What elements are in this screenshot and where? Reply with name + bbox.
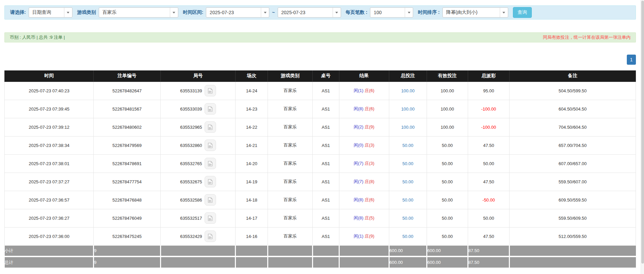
game-type-label: 游戏类别 [77,9,96,16]
col-header-remark: 备注 [510,70,636,82]
result-banker: 庄(6) [365,197,374,202]
cell-session: 14-19 [236,173,268,191]
cell-result: 闲(1) 庄(9) [339,227,389,245]
total-row: 总计 9 600.00 600.00 87.50 [5,256,636,268]
video-replay-icon[interactable] [205,212,216,224]
cell-payout: -100.00 [468,100,510,118]
cell-game-type: 百家乐 [268,82,313,100]
round-id-value: 635533039 [180,106,202,112]
table-header-row: 时间 注单编号 局号 场次 游戏类别 桌号 结果 总投注 有效投注 总派彩 备注 [5,70,636,82]
subtotal-label: 小计 [5,245,94,256]
total-bet-link[interactable]: 100.00 [401,88,415,93]
date-to-select[interactable]: 2025-07-23 [278,7,341,18]
total-bet-link[interactable]: 50.00 [402,197,413,203]
video-replay-icon[interactable] [205,158,216,169]
total-valid-bet: 600.00 [427,256,468,268]
cell-table-no: AS1 [312,100,339,118]
date-from-select[interactable]: 2025-07-23 [206,7,269,18]
col-header-total-bet: 总投注 [389,70,427,82]
round-id-value: 635532675 [180,179,202,184]
result-banker: 庄(3) [365,143,374,148]
total-bet-link[interactable]: 50.00 [402,234,413,239]
col-header-game-type: 游戏类别 [268,70,313,82]
result-banker: 庄(6) [365,106,374,111]
cell-bet-id: 522678479569 [94,136,161,154]
cell-total-bet: 100.00 [389,82,427,100]
filter-bar: 请选择: 日期查询 游戏类别 百家乐 时间区间: 2025-07-23 ~ 20… [4,5,636,20]
cell-game-type: 百家乐 [268,136,313,154]
subtotal-total-bet: 600.00 [389,245,427,256]
same-round-notice-text: 同局有效投注，统一计算在该局第一张注单内 [543,34,631,40]
result-player: 闲(1) [354,234,363,239]
page-1-button[interactable]: 1 [627,55,636,65]
cell-valid-bet: 50.00 [427,173,468,191]
subtotal-count: 9 [94,245,161,256]
query-button[interactable]: 查询 [513,7,532,18]
cell-time: 2025-07-23 07:36:57 [5,191,94,209]
cell-valid-bet: 50.00 [427,209,468,227]
cell-round-id: 635533139 [160,82,236,100]
game-type-select[interactable]: 百家乐 [99,7,178,18]
cell-remark: 504.50/599.50 [510,82,636,100]
cell-payout: -100.00 [468,118,510,136]
scrollbar-thumb[interactable] [641,1,644,264]
total-bet-link[interactable]: 50.00 [402,216,413,221]
video-replay-icon[interactable] [205,121,216,133]
pagination: 1 [4,55,636,65]
chevron-down-icon [261,8,269,17]
cell-remark: 512.00/559.50 [510,227,636,245]
total-bet-link[interactable]: 100.00 [401,125,415,130]
result-player: 闲(8) [354,215,363,220]
cell-payout: 47.50 [468,136,510,154]
video-replay-icon[interactable] [205,140,216,151]
cell-round-id: 635532517 [160,209,236,227]
col-header-round-id: 局号 [160,70,236,82]
round-id-value: 635533139 [180,88,202,93]
round-id-value: 635532965 [180,125,202,130]
page-size-select[interactable]: 100 [370,7,413,18]
round-id-value: 635532429 [180,234,202,239]
result-player: 闲(8) [354,106,363,111]
result-banker: 庄(8) [365,179,374,184]
cell-table-no: AS1 [312,118,339,136]
game-type-value: 百家乐 [99,9,119,16]
query-type-select[interactable]: 日期查询 [29,7,72,18]
cell-total-bet: 50.00 [389,227,427,245]
cell-round-id: 635532965 [160,118,236,136]
col-header-table-no: 桌号 [312,70,339,82]
cell-time: 2025-07-23 07:39:45 [5,100,94,118]
cell-payout: 47.50 [468,173,510,191]
total-bet-link[interactable]: 50.00 [402,161,413,166]
cell-result: 闲(8) 庄(6) [339,100,389,118]
video-replay-icon[interactable] [205,85,216,96]
cell-session: 14-17 [236,209,268,227]
cell-round-id: 635532675 [160,173,236,191]
total-bet-link[interactable]: 50.00 [402,143,413,148]
video-replay-icon[interactable] [205,231,216,242]
video-replay-icon[interactable] [205,194,216,206]
cell-game-type: 百家乐 [268,209,313,227]
result-banker: 庄(9) [365,234,374,239]
cell-remark: 604.50/504.50 [510,100,636,118]
vertical-scrollbar[interactable] [641,0,644,274]
sort-order-select[interactable]: 降幂(由大到小) [442,7,508,18]
cell-table-no: AS1 [312,191,339,209]
video-replay-icon[interactable] [205,103,216,115]
cell-payout: -50.00 [468,191,510,209]
cell-game-type: 百家乐 [268,118,313,136]
round-id-value: 635532765 [180,161,202,166]
result-player: 闲(0) [354,143,363,148]
video-replay-icon[interactable] [205,176,216,187]
result-player: 闲(8) [354,197,363,202]
total-bet-link[interactable]: 50.00 [402,179,413,184]
cell-payout: 50.00 [468,154,510,173]
col-header-payout: 总派彩 [468,70,510,82]
cell-bet-id: 522678476848 [94,191,161,209]
total-label: 总计 [5,256,94,268]
cell-bet-id: 522678476049 [94,209,161,227]
chevron-down-icon [333,8,341,17]
cell-payout: 50.00 [468,209,510,227]
cell-session: 14-22 [236,118,268,136]
cell-time: 2025-07-23 07:38:34 [5,136,94,154]
total-bet-link[interactable]: 100.00 [401,106,415,112]
